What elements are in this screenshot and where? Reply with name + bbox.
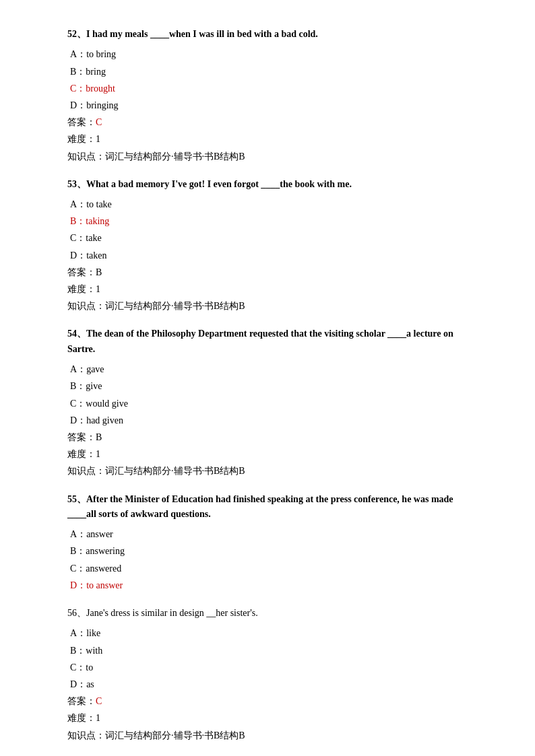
q53-optB: B：taking xyxy=(70,213,481,230)
q53-number: 53、 xyxy=(67,179,86,189)
q56-optD: D：as xyxy=(70,676,481,693)
q56-answer: 答案：C xyxy=(67,693,481,710)
q56-text: Jane's dress is similar in design __her … xyxy=(86,608,258,618)
question-53: 53、What a bad memory I've got! I even fo… xyxy=(67,177,481,315)
q53-text: What a bad memory I've got! I even forgo… xyxy=(86,179,352,189)
q54-optC: C：would give xyxy=(70,395,481,412)
q54-answer: 答案：B xyxy=(67,429,481,446)
q52-optA: A：to bring xyxy=(70,46,481,63)
q54-number: 54、 xyxy=(67,329,86,339)
q56-optC: C：to xyxy=(70,659,481,676)
q53-answer: 答案：B xyxy=(67,264,481,281)
q56-knowledge: 知识点：词汇与结构部分·辅导书·书B结构B xyxy=(67,727,481,744)
q55-stem: 55、After the Minister of Education had f… xyxy=(67,492,481,522)
q52-optB: B：bring xyxy=(70,63,481,80)
q52-optC: C：brought xyxy=(70,80,481,97)
q54-optB: B：give xyxy=(70,378,481,394)
q55-optD: D：to answer xyxy=(70,577,481,594)
q56-optA: A：like xyxy=(70,625,481,642)
q52-stem: 52、I had my meals ____when I was ill in … xyxy=(67,27,481,42)
question-54: 54、The dean of the Philosophy Department… xyxy=(67,327,481,479)
q52-answer: 答案：C xyxy=(67,114,481,131)
question-56: 56、Jane's dress is similar in design __h… xyxy=(67,606,481,744)
q54-difficulty: 难度：1 xyxy=(67,446,481,462)
q54-knowledge: 知识点：词汇与结构部分·辅导书·书B结构B xyxy=(67,462,481,479)
q55-text: After the Minister of Education had fini… xyxy=(67,494,453,519)
q52-difficulty: 难度：1 xyxy=(67,131,481,147)
q54-optA: A：gave xyxy=(70,361,481,378)
q53-optA: A：to take xyxy=(70,196,481,213)
q56-stem: 56、Jane's dress is similar in design __h… xyxy=(67,606,481,621)
q53-knowledge: 知识点：词汇与结构部分·辅导书·书B结构B xyxy=(67,298,481,314)
q55-optC: C：answered xyxy=(70,560,481,577)
q56-number: 56、 xyxy=(67,608,86,618)
q56-difficulty: 难度：1 xyxy=(67,710,481,726)
q53-optD: D：taken xyxy=(70,247,481,264)
q53-stem: 53、What a bad memory I've got! I even fo… xyxy=(67,177,481,192)
q52-text: I had my meals ____when I was ill in bed… xyxy=(86,29,318,39)
q55-optB: B：answering xyxy=(70,543,481,559)
q54-text: The dean of the Philosophy Department re… xyxy=(67,329,453,353)
q56-optB: B：with xyxy=(70,642,481,659)
q54-optD: D：had given xyxy=(70,412,481,429)
q52-number: 52、 xyxy=(67,29,86,39)
question-52: 52、I had my meals ____when I was ill in … xyxy=(67,27,481,165)
question-55: 55、After the Minister of Education had f… xyxy=(67,492,481,594)
q53-difficulty: 难度：1 xyxy=(67,281,481,298)
q52-optD: D：bringing xyxy=(70,97,481,114)
q54-stem: 54、The dean of the Philosophy Department… xyxy=(67,327,481,357)
q55-optA: A：answer xyxy=(70,526,481,543)
q52-knowledge: 知识点：词汇与结构部分·辅导书·书B结构B xyxy=(67,148,481,165)
q53-optC: C：take xyxy=(70,230,481,246)
q55-number: 55、 xyxy=(67,494,86,504)
